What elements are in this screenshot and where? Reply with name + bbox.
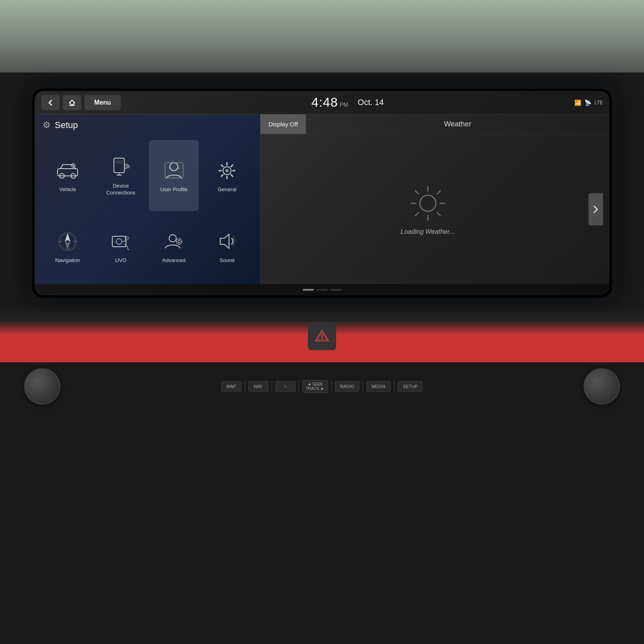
navigation-icon bbox=[55, 229, 80, 254]
user-profile-icon bbox=[161, 158, 186, 183]
nav-button[interactable]: NAV bbox=[248, 381, 268, 392]
separator-2 bbox=[272, 380, 272, 392]
screen-wrapper: Menu 4:48 PM Oct. 14 📶 📡 LTE bbox=[32, 89, 612, 298]
car-interior: Menu 4:48 PM Oct. 14 📶 📡 LTE bbox=[0, 0, 644, 644]
chevron-right-button[interactable] bbox=[588, 193, 603, 225]
svg-line-58 bbox=[437, 191, 440, 194]
svg-point-45 bbox=[178, 240, 180, 243]
menu-item-advanced[interactable]: Advanced bbox=[149, 214, 199, 279]
weather-content: Loading Weather... bbox=[260, 134, 609, 284]
menu-item-uvo[interactable]: UVO bbox=[96, 214, 146, 279]
vehicle-label: Vehicle bbox=[59, 186, 76, 193]
weather-header: Weather bbox=[306, 114, 609, 134]
radio-button[interactable]: RADIO bbox=[335, 381, 359, 392]
svg-point-43 bbox=[169, 235, 176, 242]
separator-6 bbox=[394, 380, 394, 392]
svg-point-44 bbox=[176, 239, 182, 244]
separator-1 bbox=[245, 380, 245, 392]
hazard-button[interactable] bbox=[308, 322, 336, 350]
nav-buttons: Menu bbox=[41, 95, 121, 110]
advanced-label: Advanced bbox=[162, 257, 186, 264]
uvo-icon bbox=[108, 229, 133, 254]
svg-line-28 bbox=[221, 165, 223, 167]
loading-weather-text: Loading Weather... bbox=[400, 228, 454, 235]
separator-5 bbox=[363, 380, 363, 392]
menu-item-device-connections[interactable]: DeviceConnections bbox=[96, 140, 146, 211]
weather-area: Loading Weather... bbox=[267, 183, 588, 235]
map-button[interactable]: MAP bbox=[221, 381, 242, 392]
menu-item-user-profile[interactable]: User Profile bbox=[149, 140, 199, 211]
menu-item-sound[interactable]: Sound bbox=[202, 214, 252, 279]
bottom-controls: MAP NAV ☆ ◄ SEEKTRACK ► RADIO MEDIA SETU… bbox=[0, 362, 644, 411]
sound-label: Sound bbox=[219, 257, 235, 264]
svg-line-56 bbox=[415, 191, 419, 194]
left-panel: ⚙ Setup bbox=[35, 114, 260, 284]
right-knob[interactable] bbox=[584, 368, 620, 405]
status-icons: 📶 📡 LTE bbox=[574, 99, 603, 106]
svg-point-16 bbox=[170, 163, 178, 171]
clock-ampm: PM bbox=[340, 101, 348, 108]
setup-header: ⚙ Setup bbox=[43, 120, 252, 134]
display-off-button[interactable]: Display Off bbox=[260, 114, 306, 134]
svg-point-51 bbox=[420, 195, 436, 211]
signal-icon: 📡 bbox=[584, 99, 591, 106]
svg-point-13 bbox=[125, 167, 127, 169]
menu-button[interactable]: Menu bbox=[85, 95, 121, 110]
sound-icon bbox=[215, 229, 239, 254]
svg-rect-0 bbox=[71, 104, 73, 105]
back-button[interactable] bbox=[41, 95, 60, 110]
navigation-label: Navigation bbox=[55, 257, 80, 264]
svg-marker-50 bbox=[220, 234, 229, 248]
device-connections-label: DeviceConnections bbox=[106, 183, 135, 196]
right-top-bar: Display Off Weather bbox=[260, 114, 609, 134]
top-center-info: 4:48 PM Oct. 14 bbox=[121, 95, 574, 110]
home-button[interactable] bbox=[63, 95, 81, 110]
menu-item-navigation[interactable]: Navigation bbox=[43, 214, 93, 279]
wifi-icon: 📶 bbox=[574, 99, 581, 106]
page-dot-1[interactable] bbox=[303, 289, 314, 291]
user-profile-label: User Profile bbox=[160, 186, 188, 193]
advanced-icon bbox=[161, 229, 186, 254]
menu-item-vehicle[interactable]: Vehicle bbox=[43, 140, 93, 211]
svg-line-59 bbox=[415, 213, 419, 216]
infotainment-screen: Menu 4:48 PM Oct. 14 📶 📡 LTE bbox=[35, 91, 609, 295]
separator-4 bbox=[331, 380, 332, 392]
top-bar: Menu 4:48 PM Oct. 14 📶 📡 LTE bbox=[35, 91, 609, 114]
main-content: ⚙ Setup bbox=[35, 114, 609, 284]
page-dot-2[interactable] bbox=[316, 289, 328, 291]
pagination-bar bbox=[35, 284, 609, 295]
sun-loading-icon bbox=[408, 183, 448, 223]
setup-title: Setup bbox=[55, 120, 78, 130]
menu-grid: Vehicle bbox=[43, 140, 252, 279]
menu-item-general[interactable]: General bbox=[202, 140, 252, 211]
time-display: 4:48 PM bbox=[312, 95, 348, 110]
general-label: General bbox=[218, 186, 236, 193]
device-connections-icon bbox=[108, 155, 133, 180]
vehicle-icon bbox=[55, 158, 80, 183]
right-panel: Display Off Weather bbox=[260, 114, 609, 284]
page-dot-3[interactable] bbox=[330, 289, 341, 291]
general-icon bbox=[215, 158, 239, 183]
media-button[interactable]: MEDIA bbox=[366, 381, 391, 392]
svg-line-30 bbox=[231, 165, 233, 167]
clock-time: 4:48 bbox=[312, 95, 338, 110]
uvo-label: UVO bbox=[115, 257, 126, 264]
setup-button[interactable]: SETUP bbox=[398, 381, 423, 392]
control-buttons: MAP NAV ☆ ◄ SEEKTRACK ► RADIO MEDIA SETU… bbox=[60, 380, 584, 393]
svg-rect-10 bbox=[114, 158, 124, 173]
svg-point-63 bbox=[322, 338, 323, 339]
svg-line-57 bbox=[437, 213, 440, 216]
favorite-button[interactable]: ☆ bbox=[275, 381, 295, 392]
seek-track-button[interactable]: ◄ SEEKTRACK ► bbox=[302, 380, 328, 393]
svg-line-31 bbox=[221, 174, 223, 177]
left-knob[interactable] bbox=[24, 368, 60, 405]
svg-line-29 bbox=[231, 174, 233, 177]
separator-3 bbox=[299, 380, 299, 392]
svg-point-23 bbox=[225, 169, 229, 172]
setup-gear-icon: ⚙ bbox=[43, 120, 51, 130]
svg-point-5 bbox=[72, 165, 74, 166]
svg-point-39 bbox=[116, 239, 122, 244]
svg-rect-1 bbox=[58, 169, 78, 176]
date-display: Oct. 14 bbox=[358, 98, 384, 107]
network-icon: LTE bbox=[594, 100, 603, 105]
